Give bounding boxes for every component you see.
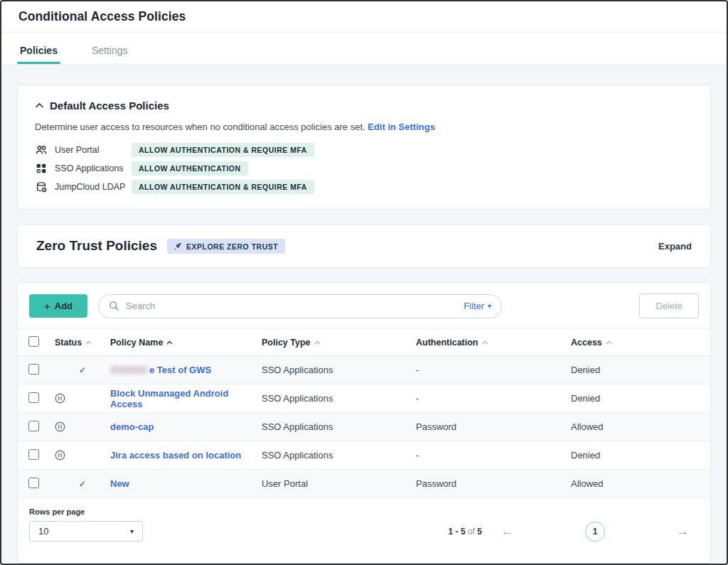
policy-name-link[interactable]: New (110, 478, 129, 489)
access-cell: Denied (571, 384, 710, 413)
policy-badge: ALLOW AUTHENTICATION (132, 161, 248, 176)
default-access-policies-card: Default Access Policies Determine user a… (17, 85, 711, 210)
page-header: Conditional Access Policies (1, 1, 727, 33)
pagination-range: 1 - 5 of 5 (449, 527, 482, 537)
tab-bar: Policies Settings (1, 33, 727, 65)
page-body: Default Access Policies Determine user a… (1, 65, 727, 564)
policies-table: Status Policy Name Policy Type Authentic… (18, 328, 710, 498)
policy-type-cell: SSO Applications (262, 413, 416, 441)
access-cell: Allowed (571, 413, 710, 441)
status-active-icon: ✓ (79, 479, 86, 489)
policy-name-link[interactable]: demo-cap (110, 421, 154, 432)
search-field[interactable]: Filter ▾ (98, 294, 502, 318)
policy-type-cell: SSO Applications (262, 356, 416, 384)
default-access-row-sso-apps: SSO Applications ALLOW AUTHENTICATION (35, 162, 693, 175)
user-portal-icon (35, 145, 48, 155)
status-paused-icon (55, 450, 65, 461)
default-access-collapse-header[interactable]: Default Access Policies (35, 99, 693, 112)
access-cell: Denied (571, 356, 710, 384)
select-all-checkbox[interactable] (28, 336, 39, 347)
tab-settings-label: Settings (92, 45, 128, 56)
default-access-title: Default Access Policies (50, 99, 169, 112)
policy-type-cell: User Portal (262, 470, 416, 498)
table-toolbar: + Add Filter ▾ Delete (18, 283, 710, 328)
column-header-status[interactable]: Status (55, 338, 92, 348)
rows-per-page-label: Rows per page (29, 507, 699, 516)
zero-trust-card: Zero Trust Policies EXPLORE ZERO TRUST E… (17, 224, 711, 268)
row-checkbox[interactable] (28, 478, 39, 488)
default-access-row-ldap: JumpCloud LDAP ALLOW AUTHENTICATION & RE… (35, 181, 693, 193)
redacted-text (110, 366, 147, 374)
explore-zero-trust-label: EXPLORE ZERO TRUST (186, 242, 278, 251)
page-title: Conditional Access Policies (18, 9, 186, 24)
access-cell: Denied (571, 441, 710, 470)
status-active-icon: ✓ (79, 365, 86, 375)
policy-name-link[interactable]: Block Unmanaged Android Access (110, 388, 228, 409)
sort-caret-icon (314, 340, 321, 345)
next-page-arrow[interactable]: → (677, 525, 689, 537)
authentication-cell: - (416, 441, 571, 470)
sort-caret-icon (85, 340, 92, 345)
sso-apps-icon (35, 163, 48, 173)
authentication-cell: - (416, 384, 571, 413)
rows-per-page-value: 10 (38, 526, 48, 537)
status-paused-icon (55, 393, 65, 404)
column-header-authentication[interactable]: Authentication (416, 338, 488, 348)
policy-badge: ALLOW AUTHENTICATION & REQUIRE MFA (132, 143, 314, 157)
delete-button[interactable]: Delete (639, 294, 699, 318)
sort-caret-icon (606, 340, 612, 345)
table-header-row: Status Policy Name Policy Type Authentic… (18, 329, 710, 356)
policy-name-link[interactable]: e Test of GWS (110, 365, 211, 375)
expand-button[interactable]: Expand (658, 241, 692, 252)
sort-caret-icon (482, 340, 488, 345)
app-window: Conditional Access Policies Policies Set… (0, 0, 728, 565)
policies-table-card: + Add Filter ▾ Delete (17, 282, 711, 564)
resource-label: SSO Applications (55, 163, 132, 173)
table-row: ✓ e Test of GWS SSO Applications - Denie… (18, 356, 710, 384)
tab-policies[interactable]: Policies (18, 36, 59, 64)
authentication-cell: Password (416, 470, 571, 498)
tab-policies-label: Policies (20, 45, 58, 56)
edit-in-settings-link[interactable]: Edit in Settings (368, 122, 435, 132)
caret-down-icon: ▾ (130, 527, 134, 535)
row-checkbox[interactable] (28, 449, 39, 460)
status-paused-icon (55, 421, 65, 432)
table-row: Jira access based on location SSO Applic… (18, 441, 710, 470)
filter-label: Filter (464, 301, 484, 311)
rows-per-page-select[interactable]: 10 ▾ (29, 521, 143, 542)
resource-label: User Portal (55, 145, 132, 155)
policy-name-link[interactable]: Jira access based on location (110, 450, 241, 461)
plus-icon: + (44, 303, 50, 310)
explore-zero-trust-badge[interactable]: EXPLORE ZERO TRUST (167, 239, 285, 254)
caret-down-icon: ▾ (488, 303, 491, 310)
column-header-policy-type[interactable]: Policy Type (262, 338, 321, 348)
add-button[interactable]: + Add (29, 294, 87, 318)
table-row: demo-cap SSO Applications Password Allow… (18, 413, 710, 441)
page-number-button[interactable]: 1 (585, 522, 605, 542)
previous-page-arrow[interactable]: ← (501, 525, 513, 537)
authentication-cell: - (416, 356, 571, 384)
column-header-access[interactable]: Access (571, 338, 612, 348)
chevron-up-icon (35, 102, 44, 109)
default-access-row-user-portal: User Portal ALLOW AUTHENTICATION & REQUI… (35, 144, 693, 156)
default-access-description: Determine user access to resources when … (35, 122, 693, 132)
search-input[interactable] (126, 301, 457, 311)
column-header-policy-name[interactable]: Policy Name (110, 338, 173, 348)
row-checkbox[interactable] (28, 392, 39, 403)
row-checkbox[interactable] (28, 364, 39, 375)
policy-type-cell: SSO Applications (262, 384, 416, 413)
zero-trust-title: Zero Trust Policies (36, 238, 157, 254)
pagination: 1 - 5 of 5 ← 1 → (449, 522, 689, 542)
policy-type-cell: SSO Applications (262, 441, 416, 470)
policy-badge: ALLOW AUTHENTICATION & REQUIRE MFA (132, 180, 314, 194)
add-button-label: Add (55, 301, 73, 311)
tab-settings[interactable]: Settings (90, 36, 129, 64)
default-access-rows: User Portal ALLOW AUTHENTICATION & REQUI… (35, 144, 693, 193)
filter-dropdown[interactable]: Filter ▾ (464, 301, 491, 311)
authentication-cell: Password (416, 413, 571, 441)
row-checkbox[interactable] (28, 421, 39, 431)
ldap-icon (35, 182, 48, 193)
table-row: ✓ New User Portal Password Allowed (18, 470, 710, 498)
default-access-description-text: Determine user access to resources when … (35, 122, 365, 132)
access-cell: Allowed (571, 470, 710, 498)
